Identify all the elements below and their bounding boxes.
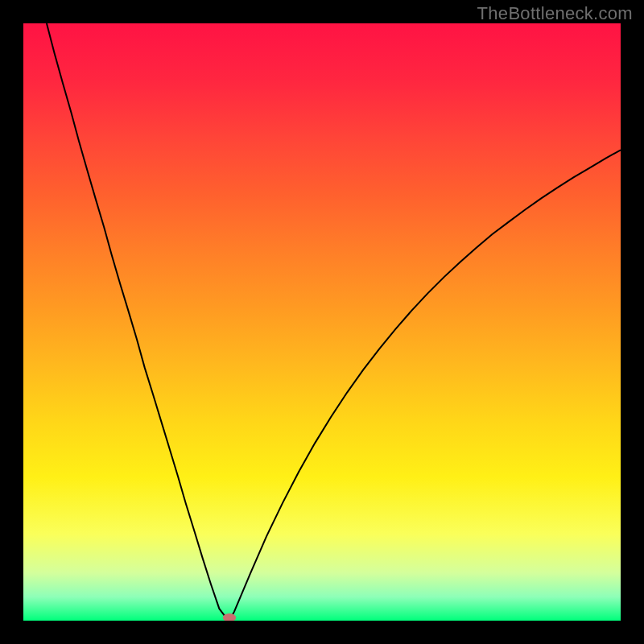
watermark-text: TheBottleneck.com [477,3,633,24]
chart-svg [23,23,621,621]
chart-frame: TheBottleneck.com [0,0,644,644]
chart-plot [23,23,621,621]
chart-background [23,23,621,621]
